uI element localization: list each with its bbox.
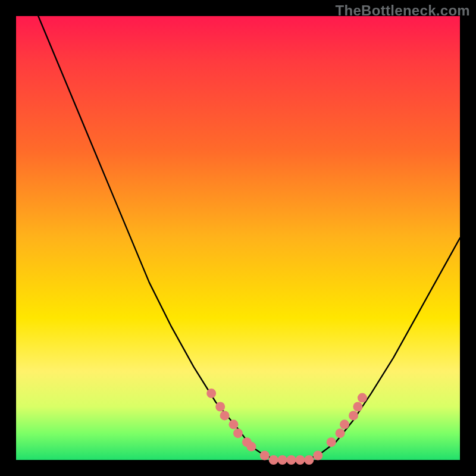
bottleneck-curve-svg [16,16,460,460]
svg-point-19 [358,393,367,403]
svg-point-10 [287,455,296,465]
svg-point-0 [206,389,216,398]
chart-frame: TheBottleneck.com [0,0,476,476]
svg-point-16 [340,419,349,429]
highlight-points [206,389,367,465]
svg-point-6 [246,442,256,452]
svg-point-1 [215,402,225,412]
svg-point-17 [349,411,358,420]
svg-point-11 [295,455,305,465]
svg-point-8 [269,455,278,465]
plot-area [16,16,460,460]
svg-point-4 [233,428,243,438]
svg-point-9 [278,455,287,465]
svg-point-18 [353,402,362,412]
svg-point-14 [327,437,336,447]
svg-point-15 [336,428,345,438]
curve-line [38,16,460,460]
svg-point-3 [229,419,239,429]
svg-point-13 [313,451,322,461]
svg-point-7 [260,451,270,461]
svg-point-12 [304,455,314,465]
svg-point-2 [220,411,230,420]
